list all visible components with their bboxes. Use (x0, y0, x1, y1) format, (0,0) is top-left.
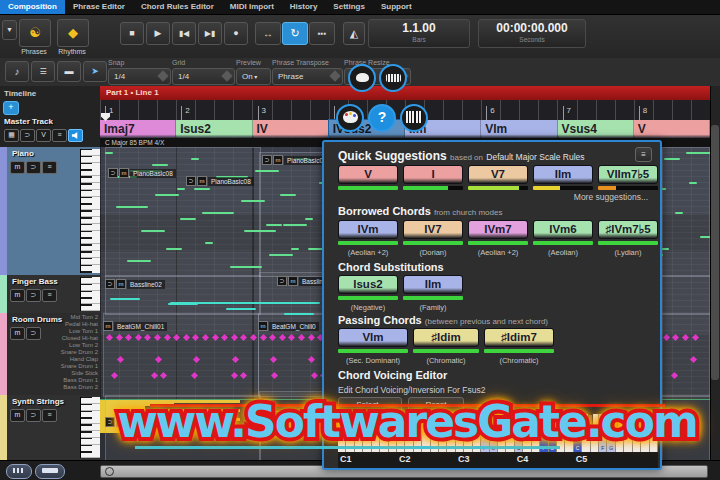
vertical-scrollbar-thumb[interactable] (711, 125, 719, 380)
piano-key-black[interactable] (529, 414, 534, 436)
loop-button[interactable]: ≡ (42, 161, 57, 174)
phrase-block[interactable] (662, 313, 710, 397)
phrase-block[interactable] (105, 147, 261, 277)
loop-button[interactable]: ≡ (42, 409, 57, 422)
snap-select[interactable]: 1/4 (108, 68, 171, 85)
piano-key-black[interactable] (605, 414, 610, 436)
phrase-block[interactable] (662, 147, 710, 277)
show-pads-button[interactable] (6, 464, 32, 479)
mute-button[interactable]: m (10, 161, 25, 174)
master-speaker-button[interactable] (68, 129, 83, 142)
piano-key-black[interactable] (378, 414, 383, 436)
panel-menu-button[interactable]: ≡ (635, 147, 652, 162)
menu-settings[interactable]: Settings (325, 0, 373, 14)
piano-key-black[interactable] (470, 414, 475, 436)
fit-length-toggle[interactable]: ↔ (255, 22, 281, 45)
typing-keyboard-button[interactable] (379, 64, 407, 92)
piano-key-black[interactable] (647, 414, 652, 436)
go-to-start-button[interactable]: ▮◀ (172, 22, 196, 45)
spinner-icon[interactable] (329, 70, 340, 81)
piano-key-black[interactable] (411, 414, 416, 436)
phrase-label-PianoBasic08[interactable]: ⊃mPianoBasic08 (108, 168, 176, 178)
mute-button[interactable]: m (10, 327, 25, 340)
mute-badge[interactable]: m (103, 321, 113, 331)
phrase-block[interactable] (662, 395, 710, 460)
piano-key-black[interactable] (386, 414, 391, 436)
piano-key-black[interactable] (403, 414, 408, 436)
select-voicing-button[interactable]: Select ▾ (338, 397, 402, 413)
chord-chip-IVm6[interactable]: IVm6 (533, 220, 593, 239)
menu-chord-rules-editor[interactable]: Chord Rules Editor (133, 0, 222, 14)
phrase-block[interactable] (662, 275, 710, 315)
loop-badge[interactable]: ⊃ (186, 176, 196, 186)
loop-button[interactable]: ⊃ (26, 409, 41, 422)
track-name-synth-strings[interactable]: Synth Strings (12, 397, 64, 406)
phrase-label-Chord G[interactable]: ⊃mChord G (262, 411, 315, 421)
piano-key-black[interactable] (504, 414, 509, 436)
menu-phrase-editor[interactable]: Phrase Editor (65, 0, 133, 14)
chord-chip-IV7[interactable]: IV7 (403, 220, 463, 239)
play-button[interactable]: ▶ (146, 22, 170, 45)
piano-key-black[interactable] (352, 414, 357, 436)
menu-composition[interactable]: Composition (0, 0, 65, 14)
mute-badge[interactable]: m (116, 417, 126, 427)
mute-button[interactable]: m (10, 289, 25, 302)
piano-key-black[interactable] (546, 414, 551, 436)
phrase-label-BeatGM_Chill01[interactable]: mBeatGM_Chill01 (103, 321, 167, 331)
phrase-block[interactable] (105, 395, 261, 460)
chord-chip-♯Idim[interactable]: ♯Idim (413, 328, 479, 347)
show-keyboard-button[interactable] (35, 464, 65, 479)
chord-chip-IIm[interactable]: IIm (403, 275, 463, 294)
piano-key-black[interactable] (487, 414, 492, 436)
chord-cell-Isus2[interactable]: Isus2 (176, 120, 252, 138)
voicing-keyboard[interactable]: FGCFGCFG (338, 414, 658, 452)
piano-key-black[interactable] (436, 414, 441, 436)
piano-key-black[interactable] (554, 414, 559, 436)
chord-cell-V[interactable]: V (634, 120, 710, 138)
loop-badge[interactable]: ⊃ (105, 417, 115, 427)
piano-key-black[interactable] (462, 414, 467, 436)
master-loop-button[interactable]: ⊃ (20, 129, 35, 142)
rhythms-button[interactable]: ◆ (57, 19, 89, 47)
phrase-label-PianoBasic0[interactable]: ⊃mPianoBasic0 (262, 155, 326, 165)
piano-key-black[interactable] (428, 414, 433, 436)
chord-chip-VIIm7♭5[interactable]: VIIm7♭5 (598, 165, 658, 184)
loop-badge[interactable]: ⊃ (108, 168, 118, 178)
chord-chip-♯Idim7[interactable]: ♯Idim7 (484, 328, 554, 347)
go-to-end-button[interactable]: ▶▮ (198, 22, 222, 45)
piano-key-black[interactable] (622, 414, 627, 436)
mute-badge[interactable]: m (119, 168, 129, 178)
menu-history[interactable]: History (282, 0, 326, 14)
preview-select[interactable]: On ▾ (236, 68, 271, 85)
phrase-label-Bassline02[interactable]: ⊃mBassline02 (105, 279, 165, 289)
chord-cell-Vsus4[interactable]: Vsus4 (558, 120, 634, 138)
piano-key-black[interactable] (344, 414, 349, 436)
phrases-button[interactable]: ☯ (19, 19, 51, 47)
more-suggestions-link[interactable]: More suggestions... (574, 192, 648, 202)
master-voicing-button[interactable]: V (36, 129, 51, 142)
stop-button[interactable]: ■ (120, 22, 144, 45)
chord-chip-Isus2[interactable]: Isus2 (338, 275, 398, 294)
piano-key-black[interactable] (445, 414, 450, 436)
spinner-icon[interactable] (221, 70, 232, 81)
drum-pad-button[interactable] (348, 64, 376, 92)
master-menu-button[interactable]: ≡ (52, 129, 67, 142)
phrase-label-Chord Genera[interactable]: ⊃mChord Genera (105, 417, 174, 427)
spinner-icon[interactable] (157, 70, 168, 81)
chord-chip-♯IVm7♭5[interactable]: ♯IVm7♭5 (598, 220, 658, 239)
grid-select[interactable]: 1/4 (172, 68, 235, 85)
piano-key-black[interactable] (369, 414, 374, 436)
piano-key-black[interactable] (563, 414, 568, 436)
chord-chip-V[interactable]: V (338, 165, 398, 184)
loop-toggle[interactable]: ↻ (282, 22, 308, 45)
track-list-button[interactable]: ☰ (31, 61, 55, 82)
mute-badge[interactable]: m (116, 279, 126, 289)
select-tool-button[interactable]: ➤ (83, 61, 107, 82)
chord-chip-IVm7[interactable]: IVm7 (468, 220, 528, 239)
chord-cell-IV[interactable]: IV (253, 120, 329, 138)
metronome-button[interactable]: ◭ (343, 22, 365, 45)
loop-button[interactable]: ⊃ (26, 289, 41, 302)
pads-toggle[interactable]: ▪▪▪ (309, 22, 335, 45)
mute-badge[interactable]: m (273, 411, 283, 421)
piano-key-black[interactable] (521, 414, 526, 436)
